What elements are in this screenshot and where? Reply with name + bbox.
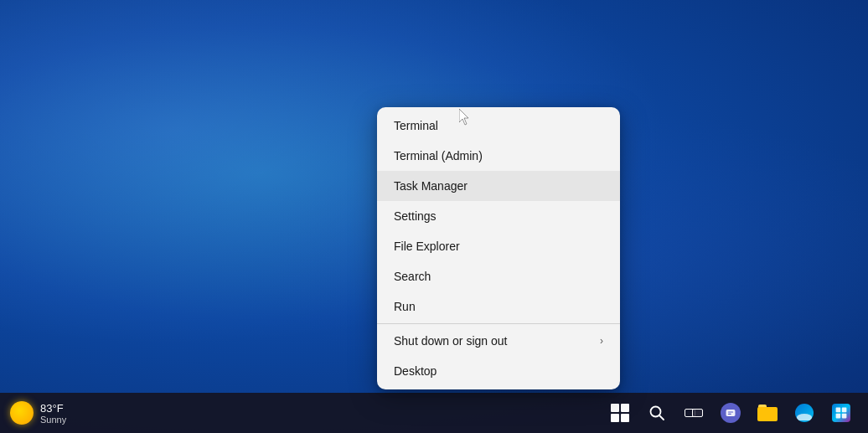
menu-item-desktop[interactable]: Desktop [377, 356, 620, 386]
svg-rect-5 [836, 408, 841, 413]
weather-sun-icon [10, 401, 34, 425]
edge-icon [795, 404, 814, 422]
task-view-button[interactable] [677, 396, 710, 430]
menu-item-run[interactable]: Run [377, 291, 620, 322]
svg-rect-3 [728, 411, 733, 412]
edge-button[interactable] [788, 396, 821, 430]
store-icon [832, 404, 850, 422]
menu-item-shutdown[interactable]: Shut down or sign out › [377, 326, 620, 356]
teams-icon [721, 403, 741, 423]
svg-rect-7 [836, 414, 841, 419]
task-view-icon [685, 405, 703, 420]
svg-line-1 [659, 415, 664, 420]
weather-text: 83°F Sunny [40, 402, 66, 425]
svg-rect-6 [842, 408, 847, 413]
search-button[interactable] [640, 396, 674, 430]
windows-logo-icon [611, 404, 629, 422]
search-icon [648, 405, 665, 421]
weather-widget[interactable]: 83°F Sunny [10, 401, 66, 425]
menu-item-task-manager[interactable]: Task Manager [377, 171, 620, 201]
context-menu: Terminal Terminal (Admin) Task Manager S… [377, 107, 620, 389]
weather-description: Sunny [40, 415, 66, 425]
taskbar: 83°F Sunny [0, 393, 868, 433]
weather-temperature: 83°F [40, 402, 66, 415]
folder-icon [757, 405, 778, 421]
file-explorer-button[interactable] [751, 396, 784, 430]
store-button[interactable] [824, 396, 858, 430]
taskbar-icons [603, 396, 858, 430]
menu-item-terminal-admin[interactable]: Terminal (Admin) [377, 141, 620, 171]
menu-item-file-explorer[interactable]: File Explorer [377, 231, 620, 261]
teams-chat-button[interactable] [714, 396, 747, 430]
svg-rect-2 [726, 410, 736, 416]
svg-rect-8 [842, 414, 847, 419]
submenu-arrow-icon: › [600, 335, 603, 347]
menu-separator [377, 323, 620, 324]
start-button[interactable] [603, 396, 637, 430]
svg-rect-4 [728, 414, 731, 415]
desktop: Terminal Terminal (Admin) Task Manager S… [0, 0, 868, 433]
menu-item-search[interactable]: Search [377, 261, 620, 291]
menu-item-settings[interactable]: Settings [377, 201, 620, 231]
menu-item-terminal[interactable]: Terminal [377, 111, 620, 141]
